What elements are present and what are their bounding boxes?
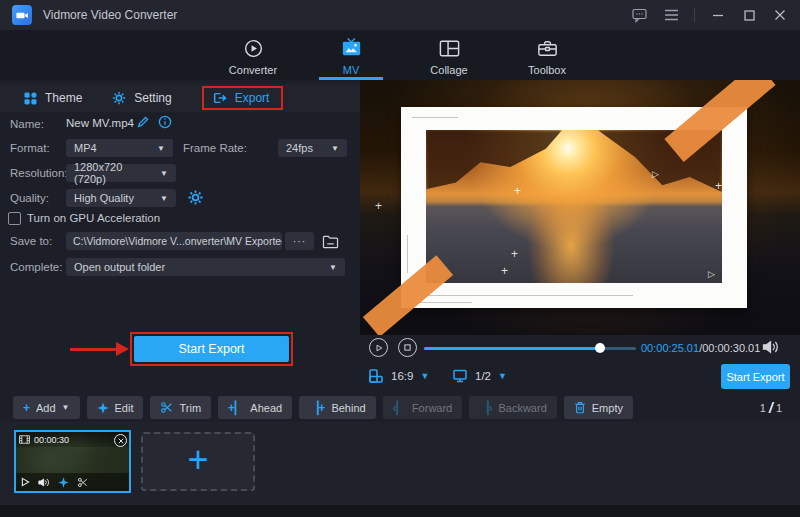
tab-theme[interactable]: Theme bbox=[24, 91, 82, 105]
name-label: Name: bbox=[10, 118, 44, 130]
progress-thumb[interactable] bbox=[595, 343, 605, 353]
complete-value: Open output folder bbox=[74, 261, 165, 273]
annotation-highlight-box: Start Export bbox=[130, 332, 293, 366]
mv-panel-tabs: Theme Setting Export bbox=[0, 84, 360, 112]
mountain-silhouette bbox=[426, 130, 562, 197]
frame-accent-line bbox=[407, 235, 408, 273]
tab-setting[interactable]: Setting bbox=[112, 91, 171, 105]
insert-behind-icon: ▕+ bbox=[309, 401, 325, 415]
move-forward-icon: ‹▏ bbox=[393, 401, 406, 415]
edit-button[interactable]: Edit bbox=[87, 396, 144, 419]
behind-button[interactable]: ▕+ Behind bbox=[299, 396, 376, 419]
save-to-label: Save to: bbox=[10, 235, 52, 247]
sparkle-decoration bbox=[715, 180, 722, 192]
tab-export[interactable]: Export bbox=[202, 86, 284, 110]
gpu-acceleration-checkbox[interactable] bbox=[8, 212, 21, 225]
trim-label: Trim bbox=[179, 402, 201, 414]
start-export-button[interactable]: Start Export bbox=[134, 336, 289, 362]
chevron-down-icon: ▼ bbox=[62, 403, 70, 412]
insert-ahead-icon: +▏ bbox=[228, 401, 244, 415]
clip-timeline: 00:00:30 + bbox=[0, 422, 800, 505]
tab-converter[interactable]: Converter bbox=[219, 30, 287, 80]
window-bottom-strip bbox=[0, 505, 800, 517]
clip-volume-icon[interactable] bbox=[38, 477, 50, 488]
frame-rate-label: Frame Rate: bbox=[183, 142, 247, 154]
browse-button[interactable]: ··· bbox=[285, 232, 314, 250]
save-to-path-field[interactable]: C:\Vidmore\Vidmore V...onverter\MV Expor… bbox=[66, 232, 282, 250]
move-backward-icon: ▕› bbox=[479, 401, 492, 415]
tab-mv[interactable]: MV bbox=[317, 30, 385, 80]
clip-page-current: 1 bbox=[760, 402, 766, 414]
preview-page-control[interactable]: 1/2 ▼ bbox=[452, 368, 507, 384]
open-folder-icon[interactable] bbox=[320, 232, 340, 250]
gpu-acceleration-label: Turn on GPU Acceleration bbox=[27, 212, 160, 224]
clip-info-bar: 00:00:30 bbox=[16, 432, 129, 447]
chevron-down-icon: ▼ bbox=[154, 194, 168, 203]
film-icon bbox=[19, 435, 30, 444]
triangle-decoration bbox=[708, 270, 715, 279]
empty-button[interactable]: Empty bbox=[564, 396, 633, 419]
info-icon[interactable] bbox=[158, 115, 172, 129]
maximize-button[interactable] bbox=[741, 7, 757, 23]
frame-rate-dropdown[interactable]: 24fps▼ bbox=[278, 139, 347, 157]
aspect-ratio-value: 16:9 bbox=[391, 370, 413, 382]
feedback-icon[interactable] bbox=[632, 7, 648, 23]
video-preview bbox=[360, 80, 800, 335]
backward-button[interactable]: ▕› Backward bbox=[469, 396, 557, 419]
scissors-icon bbox=[160, 401, 173, 414]
volume-icon[interactable] bbox=[762, 339, 780, 355]
clip-page-total: 1 bbox=[776, 402, 782, 414]
tab-collage[interactable]: Collage bbox=[415, 30, 483, 80]
remove-clip-icon[interactable] bbox=[114, 434, 127, 447]
resolution-dropdown[interactable]: 1280x720 (720p)▼ bbox=[66, 164, 176, 182]
close-button[interactable] bbox=[772, 7, 788, 23]
stop-button[interactable] bbox=[398, 338, 417, 357]
edit-label: Edit bbox=[115, 402, 134, 414]
rename-icon[interactable] bbox=[136, 115, 150, 129]
sparkle-decoration bbox=[511, 248, 518, 260]
forward-button[interactable]: ‹▏ Forward bbox=[383, 396, 463, 419]
player-controls: 00:00:25.01/00:00:30.01 bbox=[360, 335, 800, 362]
trash-icon bbox=[574, 401, 586, 414]
quality-settings-gear-icon[interactable] bbox=[188, 190, 203, 205]
theme-icon bbox=[24, 92, 37, 105]
app-logo-icon bbox=[12, 5, 32, 25]
title-bar: Vidmore Video Converter bbox=[0, 0, 800, 30]
monitor-icon bbox=[452, 368, 468, 384]
clip-play-icon[interactable] bbox=[21, 477, 30, 487]
format-dropdown[interactable]: MP4▼ bbox=[66, 139, 173, 157]
tab-toolbox[interactable]: Toolbox bbox=[513, 30, 581, 80]
quality-label: Quality: bbox=[10, 192, 49, 204]
add-clip-slot[interactable]: + bbox=[141, 432, 255, 491]
plus-icon: + bbox=[23, 401, 30, 415]
clip-duration: 00:00:30 bbox=[34, 435, 69, 445]
converter-icon bbox=[242, 37, 265, 60]
clip-page-separator: / bbox=[769, 400, 773, 416]
annotation-arrow bbox=[70, 348, 118, 351]
progress-slider[interactable] bbox=[424, 335, 636, 362]
progress-fill bbox=[424, 347, 600, 350]
player-secondary-controls: 16:9 ▼ 1/2 ▼ Start Export bbox=[360, 362, 800, 393]
quality-dropdown[interactable]: High Quality▼ bbox=[66, 189, 176, 207]
clip-trim-scissors-icon[interactable] bbox=[77, 477, 88, 488]
name-value: New MV.mp4 bbox=[66, 117, 134, 129]
tab-mv-label: MV bbox=[343, 64, 360, 76]
empty-label: Empty bbox=[592, 402, 623, 414]
minimize-button[interactable] bbox=[710, 7, 726, 23]
complete-label: Complete: bbox=[10, 261, 62, 273]
trim-button[interactable]: Trim bbox=[150, 396, 211, 419]
triangle-decoration bbox=[652, 170, 659, 179]
ahead-button[interactable]: +▏ Ahead bbox=[218, 396, 292, 419]
add-clip-plus-icon: + bbox=[187, 460, 208, 464]
clip-page-indicator: 1 / 1 bbox=[760, 400, 782, 416]
menu-icon[interactable] bbox=[663, 7, 679, 23]
aspect-ratio-control[interactable]: 16:9 ▼ bbox=[368, 368, 429, 384]
clip-edit-star-icon[interactable] bbox=[58, 477, 69, 488]
tab-toolbox-label: Toolbox bbox=[528, 64, 566, 76]
complete-dropdown[interactable]: Open output folder▼ bbox=[66, 258, 345, 276]
toolbox-icon bbox=[536, 37, 559, 60]
start-export-button-secondary[interactable]: Start Export bbox=[721, 364, 790, 389]
play-button[interactable] bbox=[369, 338, 388, 357]
timeline-clip-selected[interactable]: 00:00:30 bbox=[14, 430, 131, 493]
add-button[interactable]: + Add ▼ bbox=[13, 396, 80, 419]
